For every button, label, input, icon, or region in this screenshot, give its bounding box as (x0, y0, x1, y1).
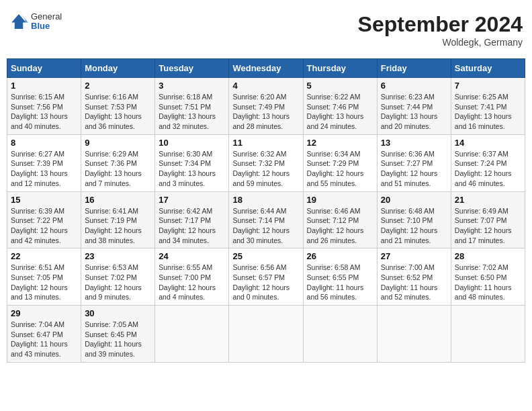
column-header-thursday: Thursday (303, 59, 377, 78)
day-number: 7 (455, 81, 521, 91)
calendar-cell (229, 306, 303, 363)
calendar-cell: 26 Sunrise: 6:58 AMSunset: 6:55 PMDaylig… (303, 248, 377, 306)
calendar-cell: 6 Sunrise: 6:23 AMSunset: 7:44 PMDayligh… (377, 78, 451, 135)
calendar-week-5: 29 Sunrise: 7:04 AMSunset: 6:47 PMDaylig… (7, 306, 525, 363)
calendar-cell: 29 Sunrise: 7:04 AMSunset: 6:47 PMDaylig… (7, 306, 81, 363)
calendar-week-4: 22 Sunrise: 6:51 AMSunset: 7:05 PMDaylig… (7, 248, 525, 306)
day-number: 16 (85, 195, 151, 205)
day-number: 9 (85, 138, 151, 148)
day-info: Sunrise: 6:53 AMSunset: 7:02 PMDaylight:… (85, 263, 142, 301)
calendar-cell: 2 Sunrise: 6:16 AMSunset: 7:53 PMDayligh… (81, 78, 155, 135)
logo-icon (9, 12, 28, 31)
day-number: 4 (232, 81, 299, 91)
day-info: Sunrise: 6:23 AMSunset: 7:44 PMDaylight:… (381, 93, 438, 130)
logo: General Blue (9, 12, 62, 32)
day-number: 21 (455, 195, 521, 205)
day-number: 20 (381, 195, 447, 205)
calendar-cell: 1 Sunrise: 6:15 AMSunset: 7:56 PMDayligh… (7, 78, 81, 135)
day-info: Sunrise: 6:16 AMSunset: 7:53 PMDaylight:… (85, 93, 142, 130)
column-header-friday: Friday (377, 59, 451, 78)
day-number: 29 (11, 308, 77, 318)
calendar-cell (155, 306, 229, 363)
calendar-cell: 22 Sunrise: 6:51 AMSunset: 7:05 PMDaylig… (7, 248, 81, 306)
day-info: Sunrise: 6:32 AMSunset: 7:32 PMDaylight:… (232, 150, 290, 187)
day-number: 25 (232, 251, 299, 261)
day-info: Sunrise: 7:02 AMSunset: 6:50 PMDaylight:… (455, 263, 512, 301)
day-number: 5 (307, 81, 373, 91)
column-header-monday: Monday (81, 59, 155, 78)
calendar-cell (377, 306, 451, 363)
svg-marker-0 (11, 14, 26, 29)
calendar-week-3: 15 Sunrise: 6:39 AMSunset: 7:22 PMDaylig… (7, 191, 525, 248)
day-info: Sunrise: 6:41 AMSunset: 7:19 PMDaylight:… (85, 207, 142, 244)
day-number: 22 (11, 251, 77, 261)
day-info: Sunrise: 6:36 AMSunset: 7:27 PMDaylight:… (381, 150, 438, 187)
page-header: General Blue September 2024 Woldegk, Ger… (7, 7, 525, 53)
calendar-cell: 11 Sunrise: 6:32 AMSunset: 7:32 PMDaylig… (229, 134, 303, 191)
day-info: Sunrise: 6:30 AMSunset: 7:34 PMDaylight:… (159, 150, 216, 187)
day-info: Sunrise: 6:20 AMSunset: 7:49 PMDaylight:… (232, 93, 290, 130)
calendar-cell: 19 Sunrise: 6:46 AMSunset: 7:12 PMDaylig… (303, 191, 377, 248)
calendar-cell: 17 Sunrise: 6:42 AMSunset: 7:17 PMDaylig… (155, 191, 229, 248)
day-info: Sunrise: 7:04 AMSunset: 6:47 PMDaylight:… (11, 320, 68, 358)
day-info: Sunrise: 6:56 AMSunset: 6:57 PMDaylight:… (232, 263, 290, 301)
day-number: 2 (85, 81, 151, 91)
calendar-cell: 9 Sunrise: 6:29 AMSunset: 7:36 PMDayligh… (81, 134, 155, 191)
title-block: September 2024 Woldegk, Germany (358, 12, 523, 48)
column-header-wednesday: Wednesday (229, 59, 303, 78)
column-header-tuesday: Tuesday (155, 59, 229, 78)
day-number: 18 (232, 195, 299, 205)
day-info: Sunrise: 6:55 AMSunset: 7:00 PMDaylight:… (159, 263, 216, 301)
day-info: Sunrise: 6:25 AMSunset: 7:41 PMDaylight:… (455, 93, 512, 130)
day-number: 23 (85, 251, 151, 261)
day-number: 13 (381, 138, 447, 148)
calendar-cell: 15 Sunrise: 6:39 AMSunset: 7:22 PMDaylig… (7, 191, 81, 248)
day-info: Sunrise: 6:51 AMSunset: 7:05 PMDaylight:… (11, 263, 68, 301)
day-number: 8 (11, 138, 77, 148)
logo-blue: Blue (31, 21, 62, 31)
column-header-saturday: Saturday (451, 59, 525, 78)
calendar-cell: 30 Sunrise: 7:05 AMSunset: 6:45 PMDaylig… (81, 306, 155, 363)
day-number: 15 (11, 195, 77, 205)
calendar-cell: 5 Sunrise: 6:22 AMSunset: 7:46 PMDayligh… (303, 78, 377, 135)
calendar-cell: 13 Sunrise: 6:36 AMSunset: 7:27 PMDaylig… (377, 134, 451, 191)
calendar-cell: 24 Sunrise: 6:55 AMSunset: 7:00 PMDaylig… (155, 248, 229, 306)
location: Woldegk, Germany (358, 37, 523, 48)
calendar-cell: 16 Sunrise: 6:41 AMSunset: 7:19 PMDaylig… (81, 191, 155, 248)
calendar-cell: 12 Sunrise: 6:34 AMSunset: 7:29 PMDaylig… (303, 134, 377, 191)
day-info: Sunrise: 6:39 AMSunset: 7:22 PMDaylight:… (11, 207, 68, 244)
calendar-cell: 21 Sunrise: 6:49 AMSunset: 7:07 PMDaylig… (451, 191, 525, 248)
day-info: Sunrise: 6:37 AMSunset: 7:24 PMDaylight:… (455, 150, 512, 187)
day-info: Sunrise: 6:58 AMSunset: 6:55 PMDaylight:… (307, 263, 364, 301)
calendar-cell (303, 306, 377, 363)
month-title: September 2024 (358, 12, 523, 37)
day-number: 17 (159, 195, 225, 205)
day-info: Sunrise: 6:42 AMSunset: 7:17 PMDaylight:… (159, 207, 216, 244)
day-number: 3 (159, 81, 225, 91)
logo-general: General (31, 12, 62, 21)
day-info: Sunrise: 6:46 AMSunset: 7:12 PMDaylight:… (307, 207, 364, 244)
day-info: Sunrise: 6:49 AMSunset: 7:07 PMDaylight:… (455, 207, 512, 244)
calendar-cell: 27 Sunrise: 7:00 AMSunset: 6:52 PMDaylig… (377, 248, 451, 306)
day-number: 26 (307, 251, 373, 261)
calendar-cell: 25 Sunrise: 6:56 AMSunset: 6:57 PMDaylig… (229, 248, 303, 306)
calendar-cell: 8 Sunrise: 6:27 AMSunset: 7:39 PMDayligh… (7, 134, 81, 191)
calendar-cell: 28 Sunrise: 7:02 AMSunset: 6:50 PMDaylig… (451, 248, 525, 306)
day-number: 27 (381, 251, 447, 261)
day-info: Sunrise: 6:18 AMSunset: 7:51 PMDaylight:… (159, 93, 216, 130)
column-headers: SundayMondayTuesdayWednesdayThursdayFrid… (7, 59, 525, 78)
day-info: Sunrise: 7:05 AMSunset: 6:45 PMDaylight:… (85, 320, 142, 358)
day-number: 19 (307, 195, 373, 205)
calendar-week-1: 1 Sunrise: 6:15 AMSunset: 7:56 PMDayligh… (7, 78, 525, 135)
calendar-cell: 7 Sunrise: 6:25 AMSunset: 7:41 PMDayligh… (451, 78, 525, 135)
calendar-cell: 10 Sunrise: 6:30 AMSunset: 7:34 PMDaylig… (155, 134, 229, 191)
day-info: Sunrise: 6:27 AMSunset: 7:39 PMDaylight:… (11, 150, 68, 187)
column-header-sunday: Sunday (7, 59, 81, 78)
day-info: Sunrise: 6:22 AMSunset: 7:46 PMDaylight:… (307, 93, 364, 130)
day-info: Sunrise: 6:34 AMSunset: 7:29 PMDaylight:… (307, 150, 364, 187)
day-info: Sunrise: 7:00 AMSunset: 6:52 PMDaylight:… (381, 263, 438, 301)
calendar-cell: 20 Sunrise: 6:48 AMSunset: 7:10 PMDaylig… (377, 191, 451, 248)
calendar-cell (451, 306, 525, 363)
calendar-cell: 18 Sunrise: 6:44 AMSunset: 7:14 PMDaylig… (229, 191, 303, 248)
day-info: Sunrise: 6:44 AMSunset: 7:14 PMDaylight:… (232, 207, 290, 244)
